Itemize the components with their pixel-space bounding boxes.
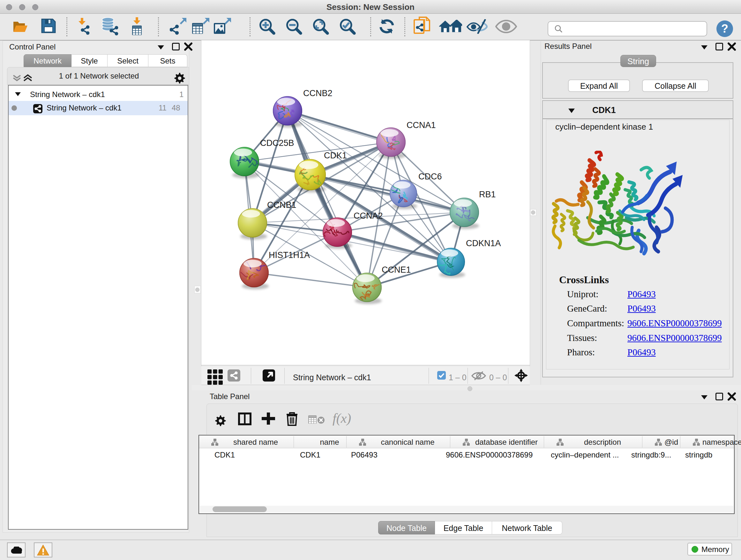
svg-text:HIST1H1A: HIST1H1A — [269, 250, 310, 260]
svg-text:CCNB2: CCNB2 — [303, 88, 333, 98]
svg-text:CCNE1: CCNE1 — [382, 265, 411, 274]
svg-text:RB1: RB1 — [479, 190, 496, 199]
svg-text:CCNA1: CCNA1 — [407, 120, 436, 130]
svg-text:CDK1: CDK1 — [324, 151, 347, 160]
svg-text:CDC6: CDC6 — [418, 172, 442, 181]
svg-text:CDKN1A: CDKN1A — [466, 239, 501, 248]
svg-text:CDC25B: CDC25B — [260, 138, 294, 148]
svg-text:CCNB1: CCNB1 — [267, 200, 296, 210]
svg-text:CCNA2: CCNA2 — [354, 211, 383, 221]
